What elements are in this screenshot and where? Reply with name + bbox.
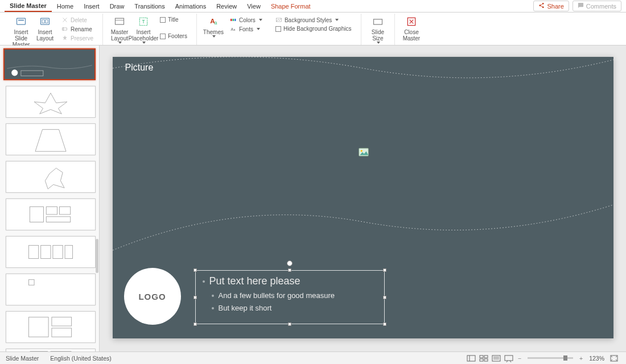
tab-slide-master[interactable]: Slide Master	[5, 1, 52, 12]
layout-thumbnail[interactable]	[6, 349, 96, 351]
scrollbar-thumb[interactable]	[96, 239, 98, 273]
chevron-down-icon	[335, 19, 339, 21]
zoom-slider-knob[interactable]	[563, 355, 567, 361]
layout-thumbnail[interactable]	[6, 198, 96, 230]
picture-icon	[359, 148, 369, 156]
layout-thumbnail[interactable]	[6, 274, 96, 305]
thumbnail-panel[interactable]	[0, 46, 100, 351]
normal-view-button[interactable]	[467, 354, 476, 362]
textbox-bullet: But keep it short	[219, 302, 272, 315]
slide-canvas[interactable]: Picture LOGO Put text here please A	[100, 46, 626, 351]
chevron-down-icon	[142, 42, 146, 44]
placeholder-icon: T	[138, 16, 149, 27]
background-styles-button[interactable]: Background Styles	[273, 16, 354, 24]
svg-rect-21	[7, 49, 92, 79]
slide-size-button[interactable]: Slide Size	[366, 15, 390, 44]
svg-rect-28	[59, 207, 70, 215]
ribbon-group-size: Slide Size	[361, 14, 395, 45]
rename-button[interactable]: Rename	[59, 25, 96, 33]
resize-handle[interactable]	[383, 322, 386, 326]
insert-slide-master-button[interactable]: Insert Slide Master	[9, 15, 33, 48]
chevron-down-icon	[377, 42, 380, 44]
logo-placeholder[interactable]: LOGO	[124, 268, 181, 325]
svg-rect-48	[492, 355, 500, 361]
themes-button[interactable]: Aa Themes	[201, 15, 225, 38]
rename-icon	[61, 26, 68, 32]
resize-handle[interactable]	[383, 296, 386, 299]
svg-rect-19	[373, 19, 382, 24]
svg-rect-37	[52, 328, 72, 337]
share-button[interactable]: Share	[533, 1, 569, 11]
colors-button[interactable]: Colors	[228, 16, 269, 24]
svg-rect-4	[46, 20, 48, 23]
zoom-in-button[interactable]: +	[576, 355, 586, 362]
zoom-level[interactable]: 123%	[589, 355, 604, 362]
svg-rect-46	[480, 359, 483, 361]
layout-thumbnail[interactable]	[6, 123, 96, 155]
ribbon-group-close: Close Master	[395, 14, 428, 45]
tab-review[interactable]: Review	[211, 1, 242, 11]
preserve-icon	[61, 35, 68, 42]
checkbox-icon	[160, 17, 166, 23]
resize-handle[interactable]	[288, 322, 291, 326]
insert-layout-button[interactable]: Insert Layout	[33, 15, 57, 42]
themes-icon: Aa	[208, 16, 219, 27]
close-icon	[406, 16, 417, 27]
zoom-slider[interactable]	[528, 357, 573, 359]
ribbon: Insert Slide Master Insert Layout Delete…	[0, 13, 626, 46]
sorter-view-button[interactable]	[479, 354, 488, 362]
svg-rect-15	[234, 19, 236, 21]
layout-thumbnail[interactable]	[6, 311, 96, 343]
chevron-down-icon	[212, 35, 216, 38]
delete-icon	[61, 16, 68, 23]
comments-button[interactable]: Comments	[573, 1, 621, 11]
ribbon-group-edit-master: Insert Slide Master Insert Layout Delete…	[5, 14, 103, 45]
picture-placeholder-label: Picture	[125, 63, 154, 73]
svg-rect-51	[505, 355, 513, 361]
tab-view[interactable]: View	[242, 1, 266, 11]
resize-handle[interactable]	[288, 268, 291, 272]
delete-button[interactable]: Delete	[59, 16, 96, 24]
zoom-out-button[interactable]: −	[515, 355, 524, 362]
svg-text:A: A	[230, 27, 233, 31]
ribbon-group-edit-theme: Aa Themes Colors AaFonts Background Styl…	[197, 14, 361, 45]
fonts-icon: Aa	[230, 26, 237, 32]
tab-home[interactable]: Home	[52, 1, 79, 11]
tab-transitions[interactable]: Transitions	[129, 1, 170, 11]
master-thumbnail[interactable]	[3, 48, 96, 80]
status-language[interactable]: English (United States)	[50, 355, 111, 362]
slide[interactable]: Picture LOGO Put text here please A	[113, 57, 613, 338]
svg-marker-24	[34, 93, 67, 114]
title-checkbox[interactable]: Title	[158, 16, 190, 23]
svg-point-41	[360, 150, 362, 152]
layout-thumbnail[interactable]	[6, 236, 96, 268]
hide-background-checkbox[interactable]: Hide Background Graphics	[273, 25, 354, 32]
svg-rect-29	[46, 217, 70, 222]
tab-insert[interactable]: Insert	[79, 1, 105, 11]
fonts-button[interactable]: AaFonts	[228, 25, 269, 33]
resize-handle[interactable]	[383, 268, 386, 272]
background-styles-icon	[275, 16, 282, 23]
checkbox-icon	[160, 34, 166, 39]
rotate-handle[interactable]	[287, 260, 293, 266]
insert-placeholder-button[interactable]: T Insert Placeholder	[131, 15, 155, 44]
preserve-button[interactable]: Preserve	[59, 34, 96, 42]
footers-checkbox[interactable]: Footers	[158, 32, 190, 40]
tab-draw[interactable]: Draw	[105, 1, 130, 11]
layout-thumbnail[interactable]	[6, 86, 96, 118]
svg-text:a: a	[233, 28, 235, 31]
text-placeholder[interactable]: Put text here please And a few bullets f…	[195, 270, 385, 324]
tab-shape-format[interactable]: Shape Format	[266, 1, 316, 11]
slideshow-view-button[interactable]	[504, 354, 513, 362]
close-master-button[interactable]: Close Master	[400, 15, 423, 42]
tab-animations[interactable]: Animations	[170, 1, 211, 11]
reading-view-button[interactable]	[492, 354, 501, 362]
svg-rect-7	[116, 18, 124, 24]
resize-handle[interactable]	[193, 322, 197, 326]
chevron-down-icon	[257, 28, 260, 30]
fit-to-window-button[interactable]	[609, 354, 619, 362]
resize-handle[interactable]	[193, 296, 197, 299]
resize-handle[interactable]	[193, 268, 197, 272]
svg-text:T: T	[142, 19, 145, 24]
layout-thumbnail[interactable]	[6, 161, 96, 193]
